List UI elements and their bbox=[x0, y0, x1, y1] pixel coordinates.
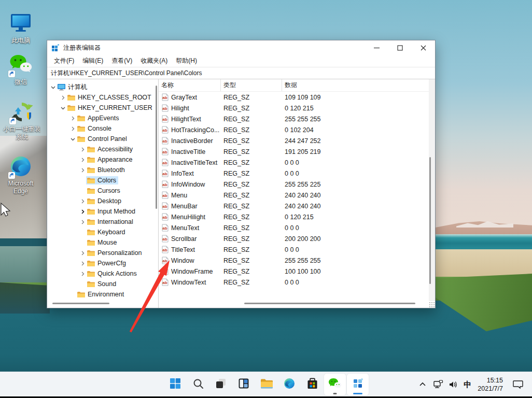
value-row-infowindow[interactable]: abInfoWindowREG_SZ255 255 225 bbox=[159, 179, 435, 190]
tree-node[interactable]: International bbox=[86, 218, 135, 226]
expand-chevron-icon[interactable] bbox=[69, 125, 76, 132]
ime-indicator[interactable]: 中 bbox=[464, 380, 471, 390]
list-vertical-scrollbar[interactable] bbox=[429, 157, 431, 284]
expand-chevron-icon[interactable] bbox=[69, 115, 76, 122]
tree-node[interactable]: Bluetooth bbox=[86, 166, 127, 174]
collapse-chevron-icon[interactable] bbox=[49, 83, 57, 91]
maximize-button[interactable] bbox=[388, 40, 412, 55]
tray-network-icon[interactable] bbox=[431, 378, 445, 391]
tree-item-mouse[interactable]: Mouse bbox=[47, 237, 158, 248]
tree-item-computer-root[interactable]: 计算机 bbox=[47, 82, 158, 92]
tree-node[interactable]: Console bbox=[76, 124, 114, 133]
window-resize-grip[interactable] bbox=[429, 302, 435, 307]
tree-node[interactable]: Control Panel bbox=[76, 135, 129, 143]
tree-item-international[interactable]: International bbox=[47, 217, 158, 227]
expand-chevron-icon[interactable] bbox=[79, 270, 86, 277]
tray-chevron-up-icon[interactable] bbox=[416, 378, 429, 391]
tree-item-appearance[interactable]: Appearance bbox=[47, 154, 158, 165]
tree-item-quick-actions[interactable]: Quick Actions bbox=[47, 268, 158, 279]
collapse-chevron-icon[interactable] bbox=[69, 135, 76, 143]
address-bar[interactable]: 计算机\HKEY_CURRENT_USER\Control Panel\Colo… bbox=[47, 67, 435, 79]
tree-node[interactable]: Colors bbox=[86, 176, 118, 184]
tree-item-input-method[interactable]: Input Method bbox=[47, 206, 158, 217]
value-row-inactivetitle[interactable]: abInactiveTitleREG_SZ191 205 219 bbox=[159, 146, 435, 157]
tree-node[interactable]: PowerCfg bbox=[86, 259, 128, 267]
expand-chevron-icon[interactable] bbox=[79, 260, 86, 267]
tree-node[interactable]: Environment bbox=[76, 290, 126, 298]
title-bar[interactable]: 注册表编辑器 bbox=[47, 40, 435, 55]
expand-chevron-icon[interactable] bbox=[79, 218, 86, 225]
tree-item-console[interactable]: Console bbox=[47, 123, 158, 134]
tree-node[interactable]: AppEvents bbox=[76, 114, 121, 122]
desktop-icon-microsoft-edge[interactable]: Microsoft Edge bbox=[0, 154, 41, 195]
tree-item-hkey-current-user[interactable]: HKEY_CURRENT_USER bbox=[47, 103, 158, 113]
notification-center-icon[interactable] bbox=[511, 378, 525, 391]
list-horizontal-scrollbar[interactable] bbox=[244, 303, 415, 304]
taskbar-button-store[interactable] bbox=[301, 374, 323, 395]
taskbar-button-widgets[interactable] bbox=[233, 374, 255, 395]
tree-node[interactable]: Input Method bbox=[86, 207, 137, 216]
tree-node[interactable]: Accessibility bbox=[86, 145, 135, 153]
value-row-inactiveborder[interactable]: abInactiveBorderREG_SZ244 247 252 bbox=[159, 135, 435, 146]
value-row-inactivetitletext[interactable]: abInactiveTitleTextREG_SZ0 0 0 bbox=[159, 157, 435, 168]
tree-node[interactable]: Sound bbox=[86, 280, 118, 288]
desktop-icon-wechat[interactable]: 微信 bbox=[0, 53, 41, 86]
tree-vertical-scrollbar[interactable] bbox=[156, 86, 157, 209]
value-row-windowtext[interactable]: abWindowTextREG_SZ0 0 0 bbox=[159, 277, 435, 288]
tree-node[interactable]: Keyboard bbox=[86, 228, 128, 236]
tree-node[interactable]: Quick Actions bbox=[86, 269, 139, 278]
tree-item-environment[interactable]: Environment bbox=[47, 289, 158, 300]
column-header-name[interactable]: 名称 bbox=[159, 79, 221, 91]
column-header-type[interactable]: 类型 bbox=[221, 79, 282, 91]
tree-item-hkey-classes-root[interactable]: HKEY_CLASSES_ROOT bbox=[47, 92, 158, 103]
taskbar-button-search[interactable] bbox=[187, 374, 209, 395]
tree-item-sound[interactable]: Sound bbox=[47, 279, 158, 289]
minimize-button[interactable] bbox=[365, 40, 388, 55]
taskbar-clock[interactable]: 15:15 2021/7/7 bbox=[478, 376, 503, 393]
taskbar-button-wechat[interactable] bbox=[324, 374, 346, 395]
expand-chevron-icon[interactable] bbox=[79, 208, 86, 215]
column-header-data[interactable]: 数据 bbox=[282, 79, 435, 91]
tree-item-cursors[interactable]: Cursors bbox=[47, 186, 158, 196]
expand-chevron-icon[interactable] bbox=[79, 146, 86, 153]
tree-item-bluetooth[interactable]: Bluetooth bbox=[47, 165, 158, 175]
tree-node[interactable]: 计算机 bbox=[57, 82, 90, 92]
tree-item-accessibility[interactable]: Accessibility bbox=[47, 144, 158, 154]
collapse-chevron-icon[interactable] bbox=[59, 104, 66, 111]
value-row-titletext[interactable]: abTitleTextREG_SZ0 0 0 bbox=[159, 244, 435, 255]
value-row-menubar[interactable]: abMenuBarREG_SZ240 240 240 bbox=[159, 201, 435, 211]
taskbar-button-task-view[interactable] bbox=[210, 374, 232, 395]
menu-item-edit[interactable]: 编辑(E) bbox=[78, 55, 107, 67]
menu-item-favorites[interactable]: 收藏夹(A) bbox=[136, 55, 172, 67]
value-row-hilighttext[interactable]: abHilightTextREG_SZ255 255 255 bbox=[159, 113, 435, 124]
taskbar-button-file-explorer[interactable] bbox=[256, 374, 277, 395]
tree-item-keyboard[interactable]: Keyboard bbox=[47, 227, 158, 237]
expand-chevron-icon[interactable] bbox=[79, 166, 86, 174]
value-row-hottrackingco-[interactable]: abHotTrackingCo...REG_SZ0 102 204 bbox=[159, 124, 435, 135]
tree-node[interactable]: HKEY_CURRENT_USER bbox=[66, 104, 155, 112]
tree-item-colors[interactable]: Colors bbox=[47, 175, 158, 186]
value-row-scrollbar[interactable]: abScrollbarREG_SZ200 200 200 bbox=[159, 233, 435, 244]
value-row-windowframe[interactable]: abWindowFrameREG_SZ100 100 100 bbox=[159, 266, 435, 277]
value-row-infotext[interactable]: abInfoTextREG_SZ0 0 0 bbox=[159, 168, 435, 179]
list-scrollbar-track[interactable] bbox=[429, 79, 435, 301]
close-button[interactable] bbox=[412, 40, 435, 55]
menu-item-file[interactable]: 文件(F) bbox=[50, 55, 78, 67]
tree-item-appevents[interactable]: AppEvents bbox=[47, 113, 158, 123]
taskbar-button-registry-editor[interactable] bbox=[347, 374, 369, 395]
value-row-menu[interactable]: abMenuREG_SZ240 240 240 bbox=[159, 190, 435, 201]
taskbar-button-start[interactable] bbox=[164, 374, 186, 395]
tray-volume-icon[interactable] bbox=[447, 378, 460, 391]
value-row-graytext[interactable]: abGrayTextREG_SZ109 109 109 bbox=[159, 92, 435, 103]
tree-item-personalization[interactable]: Personalization bbox=[47, 248, 158, 258]
tree-item-control-panel[interactable]: Control Panel bbox=[47, 134, 158, 144]
tree-node[interactable]: Mouse bbox=[86, 238, 119, 247]
tree-node[interactable]: Desktop bbox=[86, 197, 123, 205]
expand-chevron-icon[interactable] bbox=[79, 197, 86, 205]
tree-item-powercfg[interactable]: PowerCfg bbox=[47, 258, 158, 268]
tree-node[interactable]: Personalization bbox=[86, 249, 144, 257]
menu-item-help[interactable]: 帮助(H) bbox=[172, 55, 201, 67]
taskbar-button-edge[interactable] bbox=[278, 374, 300, 395]
expand-chevron-icon[interactable] bbox=[79, 156, 86, 163]
value-row-hilight[interactable]: abHilightREG_SZ0 120 215 bbox=[159, 103, 435, 113]
